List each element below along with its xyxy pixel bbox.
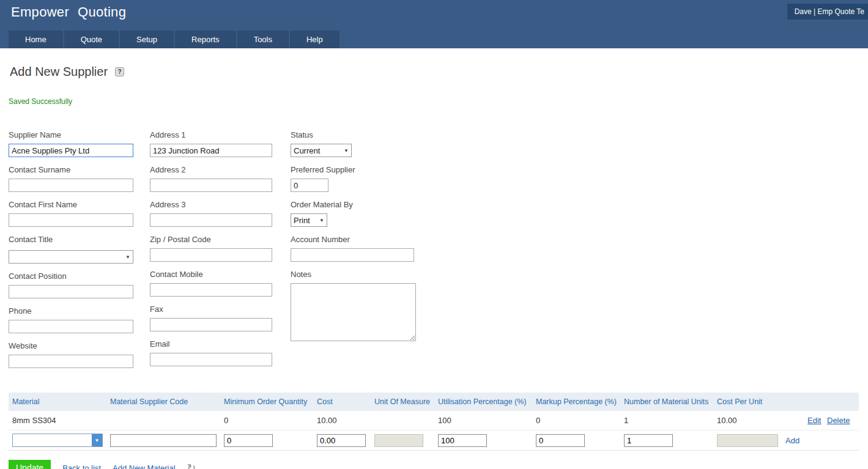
contact-first-name-input[interactable]	[9, 213, 133, 227]
nav-tab-tools[interactable]: Tools	[237, 31, 289, 48]
contact-surname-label: Contact Surname	[9, 165, 150, 174]
col-header-number-of-material-units: Number of Material Units	[620, 393, 713, 411]
page-title: Add New Supplier	[10, 65, 108, 79]
chevron-down-icon: ▼	[319, 218, 324, 223]
new-cost-input[interactable]	[317, 434, 366, 447]
account-number-field-group: Account Number	[291, 235, 450, 262]
col-header-edit-blank	[804, 393, 823, 411]
nav-tab-home[interactable]: Home	[9, 31, 63, 48]
page-header: Add New Supplier ?	[10, 65, 868, 79]
brand-primary: Empower	[11, 4, 69, 20]
cell-cost: 10.00	[313, 411, 371, 430]
brand-secondary: Quoting	[78, 4, 126, 20]
nav-tab-quote[interactable]: Quote	[64, 31, 119, 48]
order-material-by-select[interactable]: Print ▼	[291, 213, 327, 227]
contact-first-name-label: Contact First Name	[9, 200, 150, 209]
status-field-group: Status Current ▼	[291, 130, 450, 157]
new-unit-of-measure-input-disabled	[374, 434, 423, 447]
user-menu-button[interactable]: Dave | Emp Quote Te	[787, 4, 868, 20]
update-button[interactable]: Update	[9, 460, 51, 469]
contact-mobile-input[interactable]	[150, 283, 272, 297]
help-icon[interactable]: ?	[115, 67, 124, 76]
cell-unit-of-measure	[371, 411, 434, 430]
add-new-material-link[interactable]: Add New Material	[113, 463, 176, 469]
cell-cost-per-unit: 10.00	[713, 411, 782, 430]
contact-position-input[interactable]	[9, 285, 133, 298]
materials-table-header-row: Material Material Supplier Code Minimum …	[9, 393, 859, 411]
nav-tab-setup[interactable]: Setup	[120, 31, 174, 48]
website-input[interactable]	[9, 355, 133, 368]
col-header-delete-blank	[823, 393, 859, 411]
fax-label: Fax	[150, 305, 291, 314]
contact-mobile-label: Contact Mobile	[150, 270, 291, 279]
email-label: Email	[150, 339, 291, 349]
supplier-name-input[interactable]	[9, 144, 133, 157]
address3-label: Address 3	[150, 200, 291, 209]
address2-input[interactable]	[150, 179, 272, 192]
form-column-3: Status Current ▼ Preferred Supplier Orde…	[291, 130, 450, 376]
zip-postal-code-input[interactable]	[150, 248, 272, 262]
address1-input[interactable]	[150, 144, 272, 157]
back-to-list-link[interactable]: Back to list	[62, 463, 101, 469]
new-min-order-qty-input[interactable]	[224, 434, 273, 447]
fax-field-group: Fax	[150, 305, 291, 331]
notes-textarea[interactable]	[291, 283, 416, 341]
contact-mobile-field-group: Contact Mobile	[150, 270, 291, 297]
fax-input[interactable]	[150, 318, 272, 331]
new-row-edit-blank	[804, 430, 823, 451]
address3-input[interactable]	[150, 213, 272, 227]
status-label: Status	[291, 130, 450, 139]
refresh-icon[interactable]: ↻	[187, 463, 196, 469]
order-material-by-field-group: Order Material By Print ▼	[291, 200, 450, 227]
account-number-input[interactable]	[291, 248, 414, 262]
preferred-supplier-label: Preferred Supplier	[291, 165, 450, 174]
new-material-select[interactable]: ▼	[12, 434, 103, 447]
col-header-unit-of-measure: Unit Of Measure	[371, 393, 434, 411]
cell-add-blank	[782, 411, 804, 430]
status-select[interactable]: Current ▼	[291, 144, 352, 157]
chevron-down-icon[interactable]: ▼	[92, 434, 102, 446]
col-header-add-blank	[782, 393, 804, 411]
contact-title-field-group: Contact Title ▼	[9, 235, 150, 264]
new-row-delete-blank	[823, 430, 859, 451]
new-utilisation-pct-input[interactable]	[438, 434, 487, 447]
new-material-units-input[interactable]	[624, 434, 673, 447]
contact-title-select[interactable]: ▼	[9, 250, 133, 264]
address1-field-group: Address 1	[150, 130, 291, 157]
zip-postal-code-label: Zip / Postal Code	[150, 235, 291, 244]
col-header-markup-percentage: Markup Percentage (%)	[532, 393, 620, 411]
email-input[interactable]	[150, 353, 272, 366]
edit-row-link[interactable]: Edit	[807, 416, 821, 425]
delete-row-link[interactable]: Delete	[827, 416, 850, 425]
new-material-selected-value	[13, 434, 92, 446]
contact-title-label: Contact Title	[9, 235, 150, 244]
save-status-message: Saved Successfully	[9, 97, 868, 106]
chevron-down-icon: ▼	[344, 148, 349, 153]
footer-actions: Update Back to list Add New Material ↻	[9, 460, 868, 469]
website-field-group: Website	[9, 341, 150, 368]
cell-material: 8mm SS304	[9, 411, 106, 430]
app-brand: EmpowerQuoting	[11, 4, 126, 20]
nav-tab-reports[interactable]: Reports	[175, 31, 236, 48]
notes-label: Notes	[291, 270, 450, 279]
col-header-material: Material	[9, 393, 106, 411]
phone-input[interactable]	[9, 320, 133, 333]
account-number-label: Account Number	[291, 235, 450, 244]
new-markup-pct-input[interactable]	[536, 434, 585, 447]
new-supplier-code-input[interactable]	[110, 434, 217, 447]
material-row: 8mm SS304 0 10.00 100 0 1 10.00 Edit Del…	[9, 411, 859, 430]
address2-field-group: Address 2	[150, 165, 291, 192]
add-material-row-link[interactable]: Add	[785, 436, 799, 445]
nav-tab-help[interactable]: Help	[290, 31, 339, 48]
preferred-supplier-input[interactable]	[291, 179, 328, 192]
status-selected-value: Current	[294, 146, 320, 155]
address1-label: Address 1	[150, 130, 291, 139]
address3-field-group: Address 3	[150, 200, 291, 227]
phone-label: Phone	[9, 306, 150, 316]
phone-field-group: Phone	[9, 306, 150, 333]
col-header-cost: Cost	[313, 393, 371, 411]
col-header-cost-per-unit: Cost Per Unit	[713, 393, 782, 411]
contact-surname-field-group: Contact Surname	[9, 165, 150, 192]
contact-surname-input[interactable]	[9, 179, 133, 192]
email-field-group: Email	[150, 339, 291, 366]
